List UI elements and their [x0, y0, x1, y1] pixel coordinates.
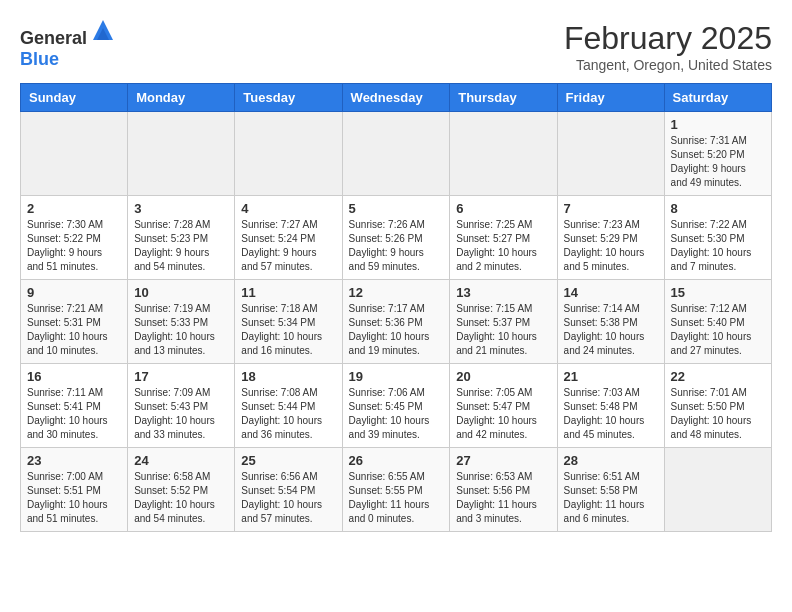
- logo-text: General Blue: [20, 20, 117, 70]
- weekday-header-wednesday: Wednesday: [342, 84, 450, 112]
- day-info: Sunrise: 7:25 AM Sunset: 5:27 PM Dayligh…: [456, 218, 550, 274]
- calendar-cell: [664, 448, 771, 532]
- calendar-cell: 5Sunrise: 7:26 AM Sunset: 5:26 PM Daylig…: [342, 196, 450, 280]
- logo: General Blue: [20, 20, 117, 70]
- calendar-cell: 15Sunrise: 7:12 AM Sunset: 5:40 PM Dayli…: [664, 280, 771, 364]
- calendar-week-row: 2Sunrise: 7:30 AM Sunset: 5:22 PM Daylig…: [21, 196, 772, 280]
- day-info: Sunrise: 7:26 AM Sunset: 5:26 PM Dayligh…: [349, 218, 444, 274]
- calendar-cell: [128, 112, 235, 196]
- calendar-cell: 17Sunrise: 7:09 AM Sunset: 5:43 PM Dayli…: [128, 364, 235, 448]
- calendar-table: SundayMondayTuesdayWednesdayThursdayFrid…: [20, 83, 772, 532]
- day-info: Sunrise: 7:08 AM Sunset: 5:44 PM Dayligh…: [241, 386, 335, 442]
- day-info: Sunrise: 7:21 AM Sunset: 5:31 PM Dayligh…: [27, 302, 121, 358]
- day-info: Sunrise: 7:19 AM Sunset: 5:33 PM Dayligh…: [134, 302, 228, 358]
- day-number: 23: [27, 453, 121, 468]
- day-info: Sunrise: 7:03 AM Sunset: 5:48 PM Dayligh…: [564, 386, 658, 442]
- calendar-cell: 19Sunrise: 7:06 AM Sunset: 5:45 PM Dayli…: [342, 364, 450, 448]
- calendar-cell: 12Sunrise: 7:17 AM Sunset: 5:36 PM Dayli…: [342, 280, 450, 364]
- day-number: 21: [564, 369, 658, 384]
- calendar-cell: 16Sunrise: 7:11 AM Sunset: 5:41 PM Dayli…: [21, 364, 128, 448]
- day-info: Sunrise: 7:05 AM Sunset: 5:47 PM Dayligh…: [456, 386, 550, 442]
- page-header: General Blue February 2025 Tangent, Oreg…: [20, 20, 772, 73]
- day-info: Sunrise: 7:17 AM Sunset: 5:36 PM Dayligh…: [349, 302, 444, 358]
- calendar-subtitle: Tangent, Oregon, United States: [564, 57, 772, 73]
- day-number: 18: [241, 369, 335, 384]
- weekday-header-sunday: Sunday: [21, 84, 128, 112]
- title-block: February 2025 Tangent, Oregon, United St…: [564, 20, 772, 73]
- weekday-header-monday: Monday: [128, 84, 235, 112]
- day-number: 22: [671, 369, 765, 384]
- day-info: Sunrise: 7:31 AM Sunset: 5:20 PM Dayligh…: [671, 134, 765, 190]
- day-info: Sunrise: 6:58 AM Sunset: 5:52 PM Dayligh…: [134, 470, 228, 526]
- day-number: 27: [456, 453, 550, 468]
- day-info: Sunrise: 6:56 AM Sunset: 5:54 PM Dayligh…: [241, 470, 335, 526]
- calendar-cell: 4Sunrise: 7:27 AM Sunset: 5:24 PM Daylig…: [235, 196, 342, 280]
- day-info: Sunrise: 7:23 AM Sunset: 5:29 PM Dayligh…: [564, 218, 658, 274]
- weekday-header-row: SundayMondayTuesdayWednesdayThursdayFrid…: [21, 84, 772, 112]
- calendar-cell: [21, 112, 128, 196]
- day-number: 15: [671, 285, 765, 300]
- day-info: Sunrise: 7:27 AM Sunset: 5:24 PM Dayligh…: [241, 218, 335, 274]
- day-number: 28: [564, 453, 658, 468]
- calendar-header: SundayMondayTuesdayWednesdayThursdayFrid…: [21, 84, 772, 112]
- calendar-cell: 18Sunrise: 7:08 AM Sunset: 5:44 PM Dayli…: [235, 364, 342, 448]
- day-info: Sunrise: 7:09 AM Sunset: 5:43 PM Dayligh…: [134, 386, 228, 442]
- day-number: 11: [241, 285, 335, 300]
- day-info: Sunrise: 7:00 AM Sunset: 5:51 PM Dayligh…: [27, 470, 121, 526]
- day-number: 8: [671, 201, 765, 216]
- calendar-cell: 7Sunrise: 7:23 AM Sunset: 5:29 PM Daylig…: [557, 196, 664, 280]
- calendar-week-row: 1Sunrise: 7:31 AM Sunset: 5:20 PM Daylig…: [21, 112, 772, 196]
- day-info: Sunrise: 6:51 AM Sunset: 5:58 PM Dayligh…: [564, 470, 658, 526]
- calendar-week-row: 16Sunrise: 7:11 AM Sunset: 5:41 PM Dayli…: [21, 364, 772, 448]
- calendar-cell: 26Sunrise: 6:55 AM Sunset: 5:55 PM Dayli…: [342, 448, 450, 532]
- calendar-cell: 25Sunrise: 6:56 AM Sunset: 5:54 PM Dayli…: [235, 448, 342, 532]
- weekday-header-thursday: Thursday: [450, 84, 557, 112]
- day-number: 26: [349, 453, 444, 468]
- calendar-cell: [342, 112, 450, 196]
- day-number: 12: [349, 285, 444, 300]
- calendar-cell: 24Sunrise: 6:58 AM Sunset: 5:52 PM Dayli…: [128, 448, 235, 532]
- calendar-cell: 21Sunrise: 7:03 AM Sunset: 5:48 PM Dayli…: [557, 364, 664, 448]
- calendar-cell: 10Sunrise: 7:19 AM Sunset: 5:33 PM Dayli…: [128, 280, 235, 364]
- weekday-header-tuesday: Tuesday: [235, 84, 342, 112]
- weekday-header-saturday: Saturday: [664, 84, 771, 112]
- day-number: 7: [564, 201, 658, 216]
- day-number: 6: [456, 201, 550, 216]
- calendar-week-row: 9Sunrise: 7:21 AM Sunset: 5:31 PM Daylig…: [21, 280, 772, 364]
- calendar-body: 1Sunrise: 7:31 AM Sunset: 5:20 PM Daylig…: [21, 112, 772, 532]
- day-info: Sunrise: 7:06 AM Sunset: 5:45 PM Dayligh…: [349, 386, 444, 442]
- day-number: 17: [134, 369, 228, 384]
- day-number: 20: [456, 369, 550, 384]
- calendar-cell: 13Sunrise: 7:15 AM Sunset: 5:37 PM Dayli…: [450, 280, 557, 364]
- day-number: 2: [27, 201, 121, 216]
- day-info: Sunrise: 7:30 AM Sunset: 5:22 PM Dayligh…: [27, 218, 121, 274]
- logo-icon: [89, 16, 117, 44]
- day-info: Sunrise: 7:01 AM Sunset: 5:50 PM Dayligh…: [671, 386, 765, 442]
- day-number: 14: [564, 285, 658, 300]
- day-info: Sunrise: 7:14 AM Sunset: 5:38 PM Dayligh…: [564, 302, 658, 358]
- calendar-cell: 1Sunrise: 7:31 AM Sunset: 5:20 PM Daylig…: [664, 112, 771, 196]
- calendar-cell: 20Sunrise: 7:05 AM Sunset: 5:47 PM Dayli…: [450, 364, 557, 448]
- day-info: Sunrise: 7:11 AM Sunset: 5:41 PM Dayligh…: [27, 386, 121, 442]
- day-number: 16: [27, 369, 121, 384]
- day-number: 25: [241, 453, 335, 468]
- day-info: Sunrise: 7:22 AM Sunset: 5:30 PM Dayligh…: [671, 218, 765, 274]
- day-info: Sunrise: 7:12 AM Sunset: 5:40 PM Dayligh…: [671, 302, 765, 358]
- calendar-week-row: 23Sunrise: 7:00 AM Sunset: 5:51 PM Dayli…: [21, 448, 772, 532]
- calendar-cell: 6Sunrise: 7:25 AM Sunset: 5:27 PM Daylig…: [450, 196, 557, 280]
- day-number: 24: [134, 453, 228, 468]
- day-number: 3: [134, 201, 228, 216]
- calendar-cell: 3Sunrise: 7:28 AM Sunset: 5:23 PM Daylig…: [128, 196, 235, 280]
- calendar-cell: 27Sunrise: 6:53 AM Sunset: 5:56 PM Dayli…: [450, 448, 557, 532]
- day-info: Sunrise: 7:18 AM Sunset: 5:34 PM Dayligh…: [241, 302, 335, 358]
- calendar-cell: 2Sunrise: 7:30 AM Sunset: 5:22 PM Daylig…: [21, 196, 128, 280]
- day-info: Sunrise: 7:28 AM Sunset: 5:23 PM Dayligh…: [134, 218, 228, 274]
- logo-blue: Blue: [20, 49, 59, 69]
- day-number: 5: [349, 201, 444, 216]
- calendar-cell: [450, 112, 557, 196]
- day-info: Sunrise: 6:53 AM Sunset: 5:56 PM Dayligh…: [456, 470, 550, 526]
- day-info: Sunrise: 7:15 AM Sunset: 5:37 PM Dayligh…: [456, 302, 550, 358]
- calendar-cell: [557, 112, 664, 196]
- day-number: 4: [241, 201, 335, 216]
- calendar-title: February 2025: [564, 20, 772, 57]
